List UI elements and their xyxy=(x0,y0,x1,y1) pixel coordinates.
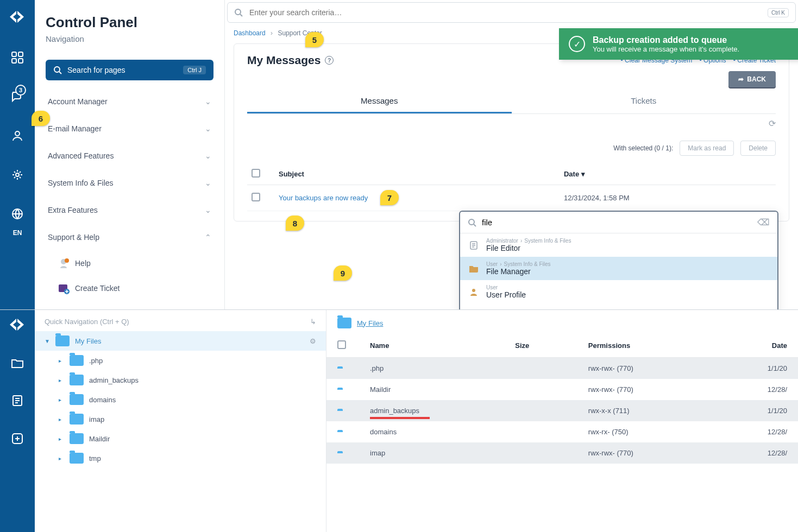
globe-icon[interactable] xyxy=(10,206,25,221)
check-icon: ✓ xyxy=(569,36,585,52)
enter-icon[interactable]: ↳ xyxy=(310,318,316,326)
caret-right-icon: ▸ xyxy=(59,358,64,364)
tab-messages[interactable]: Messages xyxy=(247,90,512,113)
th-name[interactable]: Name xyxy=(359,334,504,358)
search-result-user-profile[interactable]: UserUser Profile xyxy=(460,280,777,303)
sidebar: Control Panel Navigation Search for page… xyxy=(35,0,225,309)
table-row[interactable]: Your backups are now ready 12/31/2024, 1… xyxy=(247,185,776,211)
tree-item[interactable]: ▸Maildir xyxy=(45,429,316,448)
folder-icon xyxy=(70,355,84,366)
th-date[interactable]: Date xyxy=(714,334,798,358)
user-icon[interactable] xyxy=(10,128,25,143)
files-breadcrumb[interactable]: My Files xyxy=(326,318,798,334)
messages-badge: 3 xyxy=(15,85,26,96)
tree-item[interactable]: ▸admin_backups xyxy=(45,370,316,390)
select-all-checkbox[interactable] xyxy=(337,340,346,349)
tab-tickets[interactable]: Tickets xyxy=(512,90,776,113)
delete-button[interactable]: Delete xyxy=(740,141,776,156)
quick-nav-label: Quick Navigation (Ctrl + Q) xyxy=(45,318,129,326)
messages-icon[interactable]: 3 xyxy=(10,89,25,104)
caret-right-icon: ▸ xyxy=(59,416,64,422)
help-icon[interactable]: ? xyxy=(325,56,334,65)
svg-point-4 xyxy=(15,131,20,136)
tree-item[interactable]: ▸tmp xyxy=(45,448,316,468)
files-panel: My Files Name Size Permissions Date .php… xyxy=(326,310,798,532)
table-row[interactable]: .phprwx-rwx- (770)1/1/20 xyxy=(326,358,798,379)
caret-right-icon: ▸ xyxy=(59,455,64,461)
th-size[interactable]: Size xyxy=(504,334,577,358)
table-row[interactable]: Maildirrwx-rwx- (770)12/28/ xyxy=(326,379,798,400)
tree-item[interactable]: ▸imap xyxy=(45,409,316,429)
table-row[interactable]: domainsrwx-rx- (750)12/28/ xyxy=(326,421,798,442)
file-date: 12/28/ xyxy=(714,442,798,464)
message-link[interactable]: Your backups are now ready xyxy=(279,194,368,202)
document-icon xyxy=(468,239,480,251)
settings-icon[interactable]: ⚙ xyxy=(310,337,316,345)
nav-email-manager[interactable]: E-mail Manager⌄ xyxy=(46,115,213,142)
back-arrow-icon: ➦ xyxy=(738,75,744,83)
sidebar-title: Control Panel xyxy=(46,14,213,31)
callout-6: 6 xyxy=(32,111,50,126)
search-pages-button[interactable]: Search for pages Ctrl J xyxy=(46,60,213,80)
tree-panel: Quick Navigation (Ctrl + Q) ↳ ▼ My Files… xyxy=(35,310,326,532)
file-perm: rwx-rx- (750) xyxy=(577,421,714,442)
folder-icon[interactable] xyxy=(11,358,24,371)
nav-account-manager[interactable]: Account Manager⌄ xyxy=(46,88,213,115)
svg-point-7 xyxy=(54,67,60,72)
caret-right-icon: ▸ xyxy=(59,377,64,383)
tree-item[interactable]: ▸.php xyxy=(45,351,316,370)
row-checkbox[interactable] xyxy=(252,193,260,201)
folder-icon xyxy=(70,414,84,425)
callout-5: 5 xyxy=(305,32,324,47)
nav-create-ticket[interactable]: Create Ticket xyxy=(46,276,213,301)
nav-advanced-features[interactable]: Advanced Features⌄ xyxy=(46,142,213,169)
table-row[interactable]: imaprwx-rwx- (770)12/28/ xyxy=(326,442,798,464)
plus-icon[interactable] xyxy=(11,433,23,447)
folder-icon xyxy=(55,335,70,346)
app-logo xyxy=(9,318,26,334)
search-result-file-manager[interactable]: User›System Info & FilesFile Manager xyxy=(460,257,777,280)
chevron-up-icon: ⌃ xyxy=(205,233,211,242)
svg-point-12 xyxy=(235,9,241,15)
message-date: 12/31/2024, 1:58 PM xyxy=(560,185,776,211)
chevron-down-icon: ⌄ xyxy=(205,97,211,106)
nav-support-help[interactable]: Support & Help⌃ xyxy=(46,224,213,251)
th-subject[interactable]: Subject xyxy=(274,163,560,185)
search-result-file-editor[interactable]: Administrator›System Info & FilesFile Ed… xyxy=(460,233,777,257)
left-rail-bottom xyxy=(0,310,35,532)
back-button[interactable]: ➦BACK xyxy=(728,71,776,87)
nav-extra-features[interactable]: Extra Features⌄ xyxy=(46,197,213,224)
select-all-checkbox[interactable] xyxy=(252,169,260,178)
breadcrumb-dashboard[interactable]: Dashboard xyxy=(234,29,266,37)
svg-point-14 xyxy=(469,219,474,225)
th-permissions[interactable]: Permissions xyxy=(577,334,714,358)
refresh-icon[interactable]: ⟳ xyxy=(769,119,776,128)
file-name: .php xyxy=(359,358,504,379)
sidebar-subtitle: Navigation xyxy=(46,34,213,43)
toast-message: You will receive a message when it's com… xyxy=(593,45,739,53)
gear-icon[interactable] xyxy=(10,167,25,182)
svg-rect-1 xyxy=(18,52,23,56)
th-date[interactable]: Date ▾ xyxy=(560,163,776,185)
popup-search-input[interactable] xyxy=(482,218,752,227)
tree-root[interactable]: ▼ My Files ⚙ xyxy=(35,331,326,351)
page-title: My Messages? xyxy=(247,54,334,67)
file-name: Maildir xyxy=(359,379,504,400)
file-perm: rwx-x-x (711) xyxy=(577,400,714,421)
global-search[interactable]: Ctrl K xyxy=(227,2,796,23)
nav-help[interactable]: Help xyxy=(46,251,213,276)
dashboard-icon[interactable] xyxy=(10,50,25,65)
clear-icon[interactable]: ⌫ xyxy=(757,217,770,227)
table-row[interactable]: admin_backupsrwx-x-x (711)1/1/20 xyxy=(326,400,798,421)
folder-icon xyxy=(70,433,84,444)
language-label[interactable]: EN xyxy=(13,229,22,237)
svg-point-16 xyxy=(472,289,475,292)
folder-icon xyxy=(70,375,84,385)
search-input[interactable] xyxy=(249,8,761,17)
search-icon xyxy=(468,218,476,227)
document-icon[interactable] xyxy=(11,395,23,409)
nav-system-info-files[interactable]: System Info & Files⌄ xyxy=(46,169,213,197)
file-perm: rwx-rwx- (770) xyxy=(577,442,714,464)
tree-item[interactable]: ▸domains xyxy=(45,390,316,409)
mark-read-button[interactable]: Mark as read xyxy=(680,141,734,156)
